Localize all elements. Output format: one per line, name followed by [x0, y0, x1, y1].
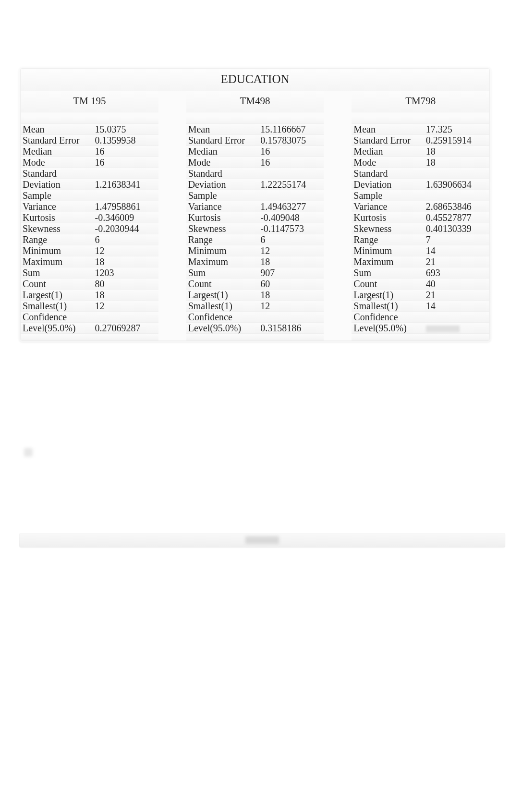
rows-container: Mean17.325Standard Error0.25915914Median… [352, 112, 489, 340]
stat-value: 0.45527877 [426, 213, 487, 222]
stat-label: Minimum [188, 246, 260, 255]
stat-value: 40 [426, 279, 487, 289]
stat-value: -0.346009 [95, 213, 156, 222]
stat-value [426, 312, 487, 322]
table-row: Sum1203 [21, 267, 158, 279]
stat-value: 16 [95, 158, 156, 167]
table-row: Range6 [21, 234, 158, 245]
stat-value: 907 [260, 268, 322, 278]
table-row: Largest(1)18 [186, 290, 324, 301]
stat-value: 0.3158186 [260, 323, 322, 333]
blank-row [186, 334, 324, 340]
table-row: Maximum18 [21, 256, 158, 267]
table-row: Maximum18 [186, 256, 324, 267]
stat-label: Variance [188, 202, 260, 211]
footer-blur-text [245, 536, 279, 544]
table-row: Range7 [352, 234, 489, 245]
stat-label: Mode [23, 158, 95, 167]
stat-value: 0.40130339 [426, 224, 487, 233]
blank-row [186, 117, 324, 124]
stat-label: Largest(1) [23, 290, 95, 300]
stat-label: Standard Error [188, 135, 260, 145]
stat-label: Deviation [188, 180, 260, 189]
stat-label: Count [23, 279, 95, 289]
table-row: Standard Error0.1359958 [21, 135, 158, 146]
stat-label: Range [353, 235, 425, 244]
stat-value: 16 [260, 146, 322, 156]
stat-value: 693 [426, 268, 487, 278]
table-row: Sample [352, 190, 489, 201]
table-row: Range6 [186, 234, 324, 245]
stat-value: 12 [260, 301, 322, 311]
stat-value [426, 323, 487, 333]
stat-label: Minimum [353, 246, 425, 255]
stat-value: 21 [426, 257, 487, 267]
stat-value: 16 [95, 146, 156, 156]
footer-bar [19, 533, 505, 547]
stat-value [426, 169, 487, 178]
stat-label: Mean [353, 124, 425, 134]
stat-value: 15.0375 [95, 124, 156, 134]
stat-label: Variance [23, 202, 95, 211]
column-header: TM798 [352, 91, 489, 112]
table-row: Sum907 [186, 267, 324, 279]
rows-container: Mean15.0375Standard Error0.1359958Median… [21, 112, 158, 340]
table-row: Sample [186, 190, 324, 201]
table-row: Confidence [186, 312, 324, 323]
stat-value: 1203 [95, 268, 156, 278]
table-row: Level(95.0%) [352, 323, 489, 334]
stat-label: Count [188, 279, 260, 289]
stat-label: Maximum [188, 257, 260, 267]
stat-label: Skewness [23, 224, 95, 233]
stat-value: 18 [426, 158, 487, 167]
stat-value: 18 [95, 290, 156, 300]
stat-label: Confidence [23, 312, 95, 322]
blank-row [21, 117, 158, 124]
table-title: EDUCATION [21, 69, 489, 91]
stat-value: 15.1166667 [260, 124, 322, 134]
blank-row [352, 117, 489, 124]
stat-value [426, 191, 487, 200]
stat-value: 12 [260, 246, 322, 255]
stat-value: 21 [426, 290, 487, 300]
stat-value: 6 [95, 235, 156, 244]
stat-value: 2.68653846 [426, 202, 487, 211]
stat-label: Range [188, 235, 260, 244]
stat-value: 0.25915914 [426, 135, 487, 145]
stat-label: Minimum [23, 246, 95, 255]
table-row: Confidence [21, 312, 158, 323]
stat-label: Median [23, 146, 95, 156]
stat-label: Deviation [23, 180, 95, 189]
stat-label: Confidence [188, 312, 260, 322]
table-row: Smallest(1)12 [186, 301, 324, 312]
table-row: Kurtosis0.45527877 [352, 212, 489, 223]
stat-value: 1.63906634 [426, 180, 487, 189]
stats-column: TM798Mean17.325Standard Error0.25915914M… [352, 91, 489, 340]
table-row: Mode16 [21, 157, 158, 168]
stat-label: Largest(1) [188, 290, 260, 300]
stat-label: Sample [23, 191, 95, 200]
table-row: Standard Error0.15783075 [186, 135, 324, 146]
stat-label: Standard [23, 169, 95, 178]
stat-label: Median [188, 146, 260, 156]
stats-table: EDUCATION TM 195Mean15.0375Standard Erro… [20, 68, 490, 341]
stat-label: Sum [353, 268, 425, 278]
table-row: Largest(1)18 [21, 290, 158, 301]
stat-label: Maximum [353, 257, 425, 267]
table-row: Smallest(1)12 [21, 301, 158, 312]
stat-label: Skewness [353, 224, 425, 233]
table-row: Mode16 [186, 157, 324, 168]
stat-label: Largest(1) [353, 290, 425, 300]
stat-value: 0.27069287 [95, 323, 156, 333]
stats-table-container: EDUCATION TM 195Mean15.0375Standard Erro… [19, 67, 491, 342]
table-row: Count40 [352, 279, 489, 290]
stat-label: Mode [353, 158, 425, 167]
table-row: Mean15.1166667 [186, 124, 324, 135]
stat-value: 1.47958861 [95, 202, 156, 211]
stat-label: Sum [188, 268, 260, 278]
table-row: Mean15.0375 [21, 124, 158, 135]
table-row: Standard [21, 168, 158, 179]
table-row: Deviation1.22255174 [186, 179, 324, 190]
table-row: Standard Error0.25915914 [352, 135, 489, 146]
stat-value [260, 191, 322, 200]
